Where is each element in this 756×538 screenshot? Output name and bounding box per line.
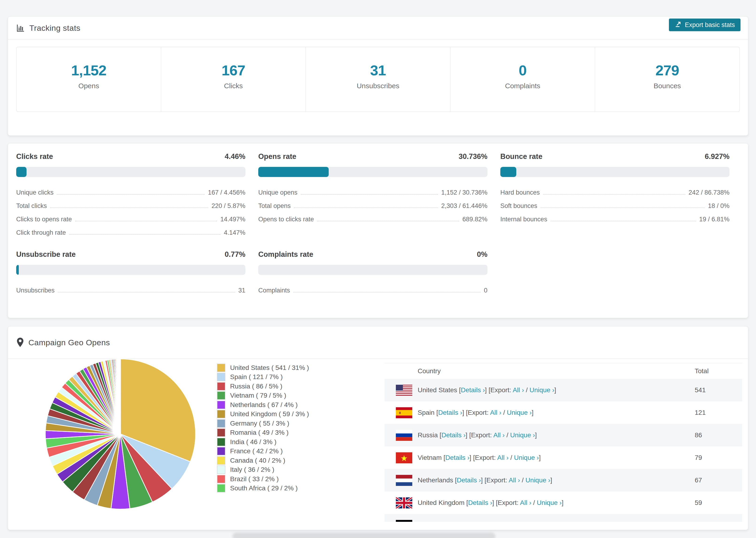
rate-panel-bounce-rate: Bounce rate6.927%Hard bounces242 / 86.73… bbox=[500, 152, 729, 226]
export-all-link[interactable]: All › bbox=[493, 431, 505, 439]
export-all-link[interactable]: All › bbox=[520, 499, 531, 506]
legend-item-russia: Russia ( 86 / 5% ) bbox=[217, 382, 309, 391]
legend-swatch bbox=[217, 475, 225, 483]
de-flag-icon bbox=[396, 520, 412, 522]
export-unique-link[interactable]: Unique › bbox=[514, 454, 539, 461]
country-cell: United Kingdom [Details ›] [Export: All … bbox=[418, 499, 695, 507]
dotted-leader bbox=[58, 292, 235, 293]
geo-table-row-netherlands: Netherlands [Details ›] [Export: All › /… bbox=[385, 469, 742, 492]
rate-row-label: Hard bounces bbox=[500, 189, 540, 196]
export-all-link[interactable]: All › bbox=[513, 386, 524, 394]
rate-row-value: 242 / 86.738% bbox=[689, 189, 729, 196]
details-link[interactable]: Details › bbox=[441, 431, 465, 439]
rate-detail-row: Hard bounces242 / 86.738% bbox=[500, 186, 729, 199]
total-cell: 67 bbox=[695, 476, 742, 484]
ru-flag-icon bbox=[396, 430, 412, 441]
legend-label: Russia ( 86 / 5% ) bbox=[230, 383, 283, 390]
details-link[interactable]: Details › bbox=[445, 454, 469, 461]
rate-row-label: Total opens bbox=[258, 202, 291, 210]
country-cell: Germany [Details ›] [Export: All › / Uni… bbox=[418, 521, 695, 522]
rate-detail-row: Total opens2,303 / 61.446% bbox=[258, 199, 487, 213]
us-flag-icon bbox=[396, 385, 412, 396]
rate-row-label: Unsubscribes bbox=[16, 287, 55, 294]
legend-item-france: France ( 42 / 2% ) bbox=[217, 447, 309, 456]
export-all-link[interactable]: All › bbox=[497, 454, 509, 461]
details-link[interactable]: Details › bbox=[438, 409, 462, 416]
rate-headline-value: 6.927% bbox=[705, 152, 729, 161]
map-pin-icon bbox=[16, 337, 24, 348]
rate-row-value: 689.82% bbox=[462, 216, 487, 223]
rate-row-label: Opens to clicks rate bbox=[258, 216, 314, 223]
rate-detail-row: Clicks to opens rate14.497% bbox=[16, 213, 245, 226]
legend-swatch bbox=[217, 484, 225, 493]
legend-swatch bbox=[217, 382, 225, 391]
nl-flag-icon bbox=[396, 475, 412, 486]
dotted-leader bbox=[57, 194, 205, 194]
rate-panel-unsubscribe-rate: Unsubscribe rate0.77%Unsubscribes31 bbox=[16, 250, 245, 297]
geo-table-body: United States [Details ›] [Export: All ›… bbox=[385, 379, 742, 522]
dotted-leader bbox=[69, 234, 221, 235]
tracking-stats-card: Tracking stats Export basic stats 1,152O… bbox=[8, 17, 748, 136]
rate-detail-row: Unique opens1,152 / 30.736% bbox=[258, 186, 487, 199]
rate-progress-track bbox=[258, 265, 487, 275]
stat-value: 279 bbox=[595, 62, 739, 79]
country-cell: Netherlands [Details ›] [Export: All › /… bbox=[418, 476, 695, 484]
legend-item-spain: Spain ( 121 / 7% ) bbox=[217, 372, 309, 382]
export-unique-link[interactable]: Unique › bbox=[510, 431, 535, 439]
export-unique-link[interactable]: Unique › bbox=[507, 409, 532, 416]
export-all-link[interactable]: All › bbox=[500, 521, 512, 522]
stat-value: 167 bbox=[161, 62, 305, 79]
horizontal-scrollbar-thumb[interactable] bbox=[233, 532, 495, 538]
details-link[interactable]: Details › bbox=[468, 499, 492, 506]
legend-item-united-states: United States ( 541 / 31% ) bbox=[217, 363, 309, 372]
country-cell: Spain [Details ›] [Export: All › / Uniqu… bbox=[418, 409, 695, 416]
export-all-link[interactable]: All › bbox=[509, 476, 520, 484]
export-basic-stats-button[interactable]: Export basic stats bbox=[669, 19, 740, 31]
total-cell: 59 bbox=[695, 499, 742, 507]
dotted-leader bbox=[543, 194, 685, 194]
details-link[interactable]: Details › bbox=[461, 386, 485, 394]
rate-detail-row: Click through rate4.147% bbox=[16, 226, 245, 240]
rate-progress-fill bbox=[258, 167, 329, 177]
rate-progress-track bbox=[258, 167, 487, 177]
legend-item-south-africa: South Africa ( 29 / 2% ) bbox=[217, 484, 309, 493]
column-header-total: Total bbox=[695, 367, 742, 375]
rate-row-value: 0 bbox=[484, 287, 487, 294]
stat-box-unsubscribes: 31Unsubscribes bbox=[306, 47, 451, 112]
details-link[interactable]: Details › bbox=[457, 476, 481, 484]
legend-swatch bbox=[217, 438, 225, 446]
export-unique-link[interactable]: Unique › bbox=[529, 386, 554, 394]
total-cell: 541 bbox=[695, 386, 742, 394]
rate-headline-value: 0.77% bbox=[225, 250, 245, 259]
rate-headline-value: 4.46% bbox=[225, 152, 245, 161]
rate-headline-value: 0% bbox=[477, 250, 487, 259]
stat-value: 31 bbox=[306, 62, 450, 79]
total-cell: 55 bbox=[695, 521, 742, 522]
details-link[interactable]: Details › bbox=[449, 521, 473, 522]
dotted-leader bbox=[50, 207, 208, 208]
legend-item-germany: Germany ( 55 / 3% ) bbox=[217, 419, 309, 428]
export-unique-link[interactable]: Unique › bbox=[525, 476, 550, 484]
bar-chart-icon bbox=[16, 24, 25, 32]
rate-title: Opens rate bbox=[258, 152, 296, 161]
stat-value: 0 bbox=[451, 62, 595, 79]
legend-swatch bbox=[217, 410, 225, 418]
rate-detail-row: Internal bounces19 / 6.81% bbox=[500, 213, 729, 226]
rate-row-value: 31 bbox=[238, 287, 245, 294]
geo-table-row-united-kingdom: United Kingdom [Details ›] [Export: All … bbox=[385, 492, 742, 514]
pie-legend: United States ( 541 / 31% )Spain ( 121 /… bbox=[217, 363, 309, 493]
export-button-label: Export basic stats bbox=[685, 21, 735, 28]
legend-label: United Kingdom ( 59 / 3% ) bbox=[230, 410, 309, 418]
legend-item-italy: Italy ( 36 / 2% ) bbox=[217, 465, 309, 475]
export-unique-link[interactable]: Unique › bbox=[517, 521, 542, 522]
legend-item-vietnam: Vietnam ( 79 / 5% ) bbox=[217, 391, 309, 401]
legend-item-brazil: Brazil ( 33 / 2% ) bbox=[217, 474, 309, 484]
rate-row-label: Soft bounces bbox=[500, 202, 537, 210]
export-unique-link[interactable]: Unique › bbox=[537, 499, 562, 506]
stat-label: Clicks bbox=[161, 82, 305, 90]
tracking-stats-title: Tracking stats bbox=[16, 24, 80, 32]
rate-detail-row: Complaints0 bbox=[258, 284, 487, 297]
country-cell: United States [Details ›] [Export: All ›… bbox=[418, 386, 695, 394]
legend-swatch bbox=[217, 456, 225, 465]
export-all-link[interactable]: All › bbox=[490, 409, 501, 416]
